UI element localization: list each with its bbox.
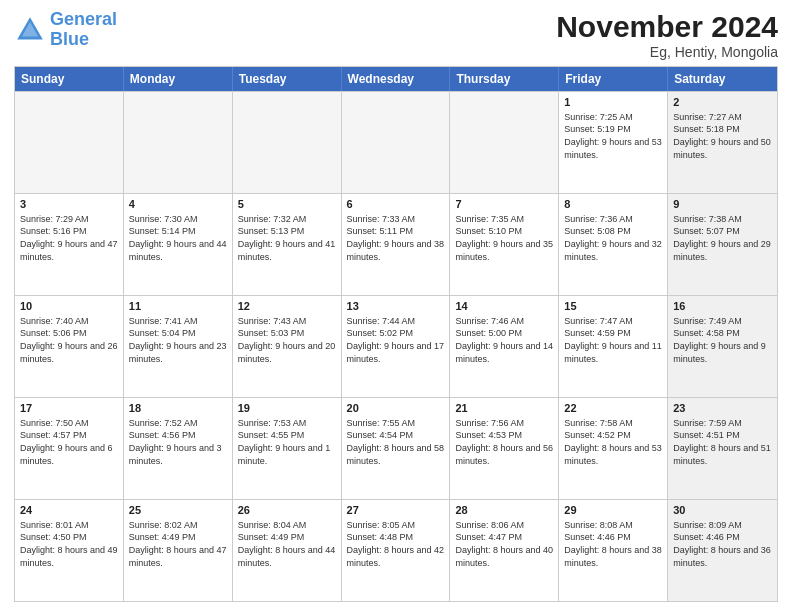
day-info: Sunrise: 7:53 AM Sunset: 4:55 PM Dayligh…	[238, 417, 336, 467]
day-number: 1	[564, 95, 662, 110]
day-number: 7	[455, 197, 553, 212]
day-info: Sunrise: 7:49 AM Sunset: 4:58 PM Dayligh…	[673, 315, 772, 365]
day-info: Sunrise: 7:25 AM Sunset: 5:19 PM Dayligh…	[564, 111, 662, 161]
day-number: 26	[238, 503, 336, 518]
calendar-cell-3: 3Sunrise: 7:29 AM Sunset: 5:16 PM Daylig…	[15, 194, 124, 295]
day-number: 29	[564, 503, 662, 518]
day-number: 18	[129, 401, 227, 416]
day-number: 5	[238, 197, 336, 212]
calendar-cell-21: 21Sunrise: 7:56 AM Sunset: 4:53 PM Dayli…	[450, 398, 559, 499]
calendar-cell-19: 19Sunrise: 7:53 AM Sunset: 4:55 PM Dayli…	[233, 398, 342, 499]
logo-line2: Blue	[50, 29, 89, 49]
calendar-row-0: 1Sunrise: 7:25 AM Sunset: 5:19 PM Daylig…	[15, 91, 777, 193]
day-info: Sunrise: 7:38 AM Sunset: 5:07 PM Dayligh…	[673, 213, 772, 263]
day-info: Sunrise: 7:40 AM Sunset: 5:06 PM Dayligh…	[20, 315, 118, 365]
month-title: November 2024	[556, 10, 778, 44]
calendar-cell-25: 25Sunrise: 8:02 AM Sunset: 4:49 PM Dayli…	[124, 500, 233, 601]
calendar-cell-13: 13Sunrise: 7:44 AM Sunset: 5:02 PM Dayli…	[342, 296, 451, 397]
title-block: November 2024 Eg, Hentiy, Mongolia	[556, 10, 778, 60]
day-number: 19	[238, 401, 336, 416]
calendar-cell-empty	[15, 92, 124, 193]
calendar-cell-2: 2Sunrise: 7:27 AM Sunset: 5:18 PM Daylig…	[668, 92, 777, 193]
day-number: 25	[129, 503, 227, 518]
day-info: Sunrise: 7:27 AM Sunset: 5:18 PM Dayligh…	[673, 111, 772, 161]
day-number: 24	[20, 503, 118, 518]
calendar-cell-28: 28Sunrise: 8:06 AM Sunset: 4:47 PM Dayli…	[450, 500, 559, 601]
day-info: Sunrise: 7:29 AM Sunset: 5:16 PM Dayligh…	[20, 213, 118, 263]
calendar-cell-27: 27Sunrise: 8:05 AM Sunset: 4:48 PM Dayli…	[342, 500, 451, 601]
weekday-header-thursday: Thursday	[450, 67, 559, 91]
calendar-cell-4: 4Sunrise: 7:30 AM Sunset: 5:14 PM Daylig…	[124, 194, 233, 295]
calendar-cell-24: 24Sunrise: 8:01 AM Sunset: 4:50 PM Dayli…	[15, 500, 124, 601]
location: Eg, Hentiy, Mongolia	[556, 44, 778, 60]
day-number: 23	[673, 401, 772, 416]
calendar-row-1: 3Sunrise: 7:29 AM Sunset: 5:16 PM Daylig…	[15, 193, 777, 295]
calendar-cell-1: 1Sunrise: 7:25 AM Sunset: 5:19 PM Daylig…	[559, 92, 668, 193]
day-info: Sunrise: 7:44 AM Sunset: 5:02 PM Dayligh…	[347, 315, 445, 365]
header: General Blue November 2024 Eg, Hentiy, M…	[14, 10, 778, 60]
day-number: 11	[129, 299, 227, 314]
weekday-header-saturday: Saturday	[668, 67, 777, 91]
day-number: 21	[455, 401, 553, 416]
day-number: 16	[673, 299, 772, 314]
day-info: Sunrise: 7:32 AM Sunset: 5:13 PM Dayligh…	[238, 213, 336, 263]
day-info: Sunrise: 7:35 AM Sunset: 5:10 PM Dayligh…	[455, 213, 553, 263]
calendar-cell-empty	[124, 92, 233, 193]
calendar-cell-9: 9Sunrise: 7:38 AM Sunset: 5:07 PM Daylig…	[668, 194, 777, 295]
day-number: 28	[455, 503, 553, 518]
day-info: Sunrise: 7:56 AM Sunset: 4:53 PM Dayligh…	[455, 417, 553, 467]
day-number: 13	[347, 299, 445, 314]
calendar-cell-17: 17Sunrise: 7:50 AM Sunset: 4:57 PM Dayli…	[15, 398, 124, 499]
day-info: Sunrise: 7:55 AM Sunset: 4:54 PM Dayligh…	[347, 417, 445, 467]
day-info: Sunrise: 7:58 AM Sunset: 4:52 PM Dayligh…	[564, 417, 662, 467]
calendar-cell-8: 8Sunrise: 7:36 AM Sunset: 5:08 PM Daylig…	[559, 194, 668, 295]
day-info: Sunrise: 8:09 AM Sunset: 4:46 PM Dayligh…	[673, 519, 772, 569]
day-number: 22	[564, 401, 662, 416]
day-number: 15	[564, 299, 662, 314]
day-info: Sunrise: 8:08 AM Sunset: 4:46 PM Dayligh…	[564, 519, 662, 569]
day-info: Sunrise: 8:02 AM Sunset: 4:49 PM Dayligh…	[129, 519, 227, 569]
day-info: Sunrise: 7:52 AM Sunset: 4:56 PM Dayligh…	[129, 417, 227, 467]
calendar-cell-empty	[450, 92, 559, 193]
calendar-cell-20: 20Sunrise: 7:55 AM Sunset: 4:54 PM Dayli…	[342, 398, 451, 499]
calendar-cell-7: 7Sunrise: 7:35 AM Sunset: 5:10 PM Daylig…	[450, 194, 559, 295]
logo-text: General Blue	[50, 10, 117, 50]
logo: General Blue	[14, 10, 117, 50]
calendar-cell-10: 10Sunrise: 7:40 AM Sunset: 5:06 PM Dayli…	[15, 296, 124, 397]
day-info: Sunrise: 8:06 AM Sunset: 4:47 PM Dayligh…	[455, 519, 553, 569]
weekday-header-sunday: Sunday	[15, 67, 124, 91]
calendar-cell-18: 18Sunrise: 7:52 AM Sunset: 4:56 PM Dayli…	[124, 398, 233, 499]
calendar-cell-15: 15Sunrise: 7:47 AM Sunset: 4:59 PM Dayli…	[559, 296, 668, 397]
day-info: Sunrise: 7:46 AM Sunset: 5:00 PM Dayligh…	[455, 315, 553, 365]
calendar-cell-22: 22Sunrise: 7:58 AM Sunset: 4:52 PM Dayli…	[559, 398, 668, 499]
calendar-row-3: 17Sunrise: 7:50 AM Sunset: 4:57 PM Dayli…	[15, 397, 777, 499]
day-info: Sunrise: 7:30 AM Sunset: 5:14 PM Dayligh…	[129, 213, 227, 263]
day-info: Sunrise: 8:01 AM Sunset: 4:50 PM Dayligh…	[20, 519, 118, 569]
weekday-header-monday: Monday	[124, 67, 233, 91]
calendar-cell-11: 11Sunrise: 7:41 AM Sunset: 5:04 PM Dayli…	[124, 296, 233, 397]
day-number: 2	[673, 95, 772, 110]
weekday-header-tuesday: Tuesday	[233, 67, 342, 91]
day-info: Sunrise: 7:41 AM Sunset: 5:04 PM Dayligh…	[129, 315, 227, 365]
day-number: 4	[129, 197, 227, 212]
day-number: 20	[347, 401, 445, 416]
day-info: Sunrise: 8:04 AM Sunset: 4:49 PM Dayligh…	[238, 519, 336, 569]
day-info: Sunrise: 7:33 AM Sunset: 5:11 PM Dayligh…	[347, 213, 445, 263]
calendar-body: 1Sunrise: 7:25 AM Sunset: 5:19 PM Daylig…	[15, 91, 777, 601]
calendar-cell-14: 14Sunrise: 7:46 AM Sunset: 5:00 PM Dayli…	[450, 296, 559, 397]
calendar-cell-26: 26Sunrise: 8:04 AM Sunset: 4:49 PM Dayli…	[233, 500, 342, 601]
calendar-row-4: 24Sunrise: 8:01 AM Sunset: 4:50 PM Dayli…	[15, 499, 777, 601]
day-number: 3	[20, 197, 118, 212]
calendar-cell-29: 29Sunrise: 8:08 AM Sunset: 4:46 PM Dayli…	[559, 500, 668, 601]
day-number: 10	[20, 299, 118, 314]
day-info: Sunrise: 7:43 AM Sunset: 5:03 PM Dayligh…	[238, 315, 336, 365]
day-number: 17	[20, 401, 118, 416]
calendar-cell-23: 23Sunrise: 7:59 AM Sunset: 4:51 PM Dayli…	[668, 398, 777, 499]
day-number: 14	[455, 299, 553, 314]
calendar-cell-16: 16Sunrise: 7:49 AM Sunset: 4:58 PM Dayli…	[668, 296, 777, 397]
calendar-row-2: 10Sunrise: 7:40 AM Sunset: 5:06 PM Dayli…	[15, 295, 777, 397]
calendar-cell-12: 12Sunrise: 7:43 AM Sunset: 5:03 PM Dayli…	[233, 296, 342, 397]
day-number: 6	[347, 197, 445, 212]
calendar-cell-30: 30Sunrise: 8:09 AM Sunset: 4:46 PM Dayli…	[668, 500, 777, 601]
calendar-cell-empty	[233, 92, 342, 193]
